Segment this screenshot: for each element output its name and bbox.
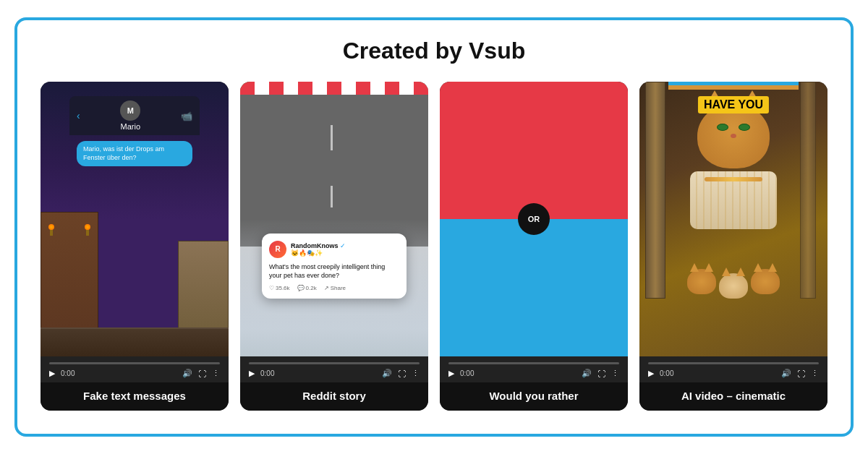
cards-row: ‹ M Mario 📹 Mario, was ist der Drops am …: [41, 82, 827, 411]
collar: [705, 177, 762, 181]
play-button-3[interactable]: ▶: [448, 369, 454, 378]
cat-nose: [731, 134, 736, 138]
wyr-blue-half: [440, 219, 628, 356]
cat-body: [690, 171, 777, 229]
tweet-text: What's the most creepily intelligent thi…: [269, 262, 399, 280]
volume-button[interactable]: 🔊: [182, 369, 192, 378]
tweet-avatar: R: [269, 241, 286, 258]
card-4-controls: ▶ 0:00 🔊 ⛶ ⋮: [639, 356, 827, 382]
fullscreen-button-4[interactable]: ⛶: [797, 369, 805, 378]
more-button-4[interactable]: ⋮: [811, 369, 819, 378]
cat-pharaoh-group: [690, 103, 777, 229]
card-2-preview: R RandomKnows ✓ 🐱🔥🎭✨ What's the most cre…: [240, 82, 428, 356]
card-2-controls: ▶ 0:00 🔊 ⛶ ⋮: [240, 356, 428, 382]
cat-eye-left: [717, 124, 728, 131]
fullscreen-button[interactable]: ⛶: [198, 369, 206, 378]
card-3-scene: OR: [440, 82, 628, 356]
card-4-label: AI video – cinematic: [639, 382, 827, 411]
card-4-preview: HAVE YOU: [639, 82, 827, 356]
phone-status-bar: ‹ M Mario 📹: [69, 96, 200, 135]
fullscreen-button-3[interactable]: ⛶: [597, 369, 605, 378]
phone-contact-name: Mario: [121, 122, 141, 131]
small-cat-1: [687, 269, 716, 294]
time-display-4: 0:00: [660, 369, 673, 377]
track-curb: [240, 82, 428, 95]
time-display-3: 0:00: [460, 369, 474, 377]
torch-2: [86, 227, 89, 236]
card-2-label: Reddit story: [240, 382, 428, 411]
small-cat-2: [719, 273, 748, 299]
tweet-comments: 💬 0.2k: [297, 285, 317, 291]
chat-bubble: Mario, was ist der Drops am Fenster über…: [77, 141, 192, 166]
card-1-preview: ‹ M Mario 📹 Mario, was ist der Drops am …: [41, 82, 229, 356]
time-display-2: 0:00: [260, 369, 274, 377]
tweet-verified-icon: ✓: [340, 242, 346, 249]
tweet-stats: ♡ 35.6k 💬 0.2k ↗ Share: [269, 285, 399, 291]
have-you-overlay: HAVE YOU: [698, 96, 769, 113]
tweet-header: R RandomKnows ✓ 🐱🔥🎭✨: [269, 241, 399, 258]
play-button-2[interactable]: ▶: [249, 369, 255, 378]
pillar-left: [645, 82, 665, 299]
fullscreen-button-2[interactable]: ⛶: [398, 369, 406, 378]
card-1-label: Fake text messages: [41, 382, 229, 411]
progress-bar-4[interactable]: [648, 362, 819, 364]
card-3-preview: OR: [440, 82, 628, 356]
more-button-3[interactable]: ⋮: [611, 369, 619, 378]
wyr-or-badge: OR: [518, 203, 550, 235]
cat-eye-right: [739, 124, 750, 131]
card-would-you-rather: OR ▶ 0:00 🔊 ⛶ ⋮ Would you rather: [440, 82, 628, 411]
phone-back-icon[interactable]: ‹: [77, 110, 80, 121]
torch-1: [50, 227, 53, 236]
small-cat-3: [751, 269, 780, 294]
card-2-scene: R RandomKnows ✓ 🐱🔥🎭✨ What's the most cre…: [240, 82, 428, 356]
more-button-2[interactable]: ⋮: [412, 369, 420, 378]
card-1-scene: ‹ M Mario 📹 Mario, was ist der Drops am …: [41, 82, 229, 356]
progress-bar-3[interactable]: [448, 362, 619, 364]
card-4-scene: HAVE YOU: [639, 82, 827, 356]
comment-icon: 💬: [297, 285, 305, 291]
volume-button-4[interactable]: 🔊: [781, 369, 791, 378]
card-ai-cinematic: HAVE YOU: [639, 82, 827, 411]
small-cats-group: [639, 269, 827, 299]
heart-icon: ♡: [269, 285, 274, 291]
progress-bar-2[interactable]: [249, 362, 420, 364]
tweet-share[interactable]: ↗ Share: [324, 285, 346, 291]
time-display: 0:00: [61, 369, 75, 377]
tweet-username: RandomKnows: [291, 242, 339, 249]
volume-button-3[interactable]: 🔊: [582, 369, 592, 378]
headdress-gold-2: [668, 85, 799, 90]
controls-row: ▶ 0:00 🔊 ⛶ ⋮: [49, 369, 220, 378]
controls-row-3: ▶ 0:00 🔊 ⛶ ⋮: [448, 369, 619, 378]
mc-ground: [41, 327, 229, 356]
road-marking-1: [331, 125, 333, 150]
card-3-label: Would you rather: [440, 382, 628, 411]
progress-bar[interactable]: [49, 362, 220, 364]
pillar-right: [800, 82, 816, 299]
volume-button-2[interactable]: 🔊: [382, 369, 392, 378]
card-fake-text: ‹ M Mario 📹 Mario, was ist der Drops am …: [41, 82, 229, 411]
card-1-controls: ▶ 0:00 🔊 ⛶ ⋮: [41, 356, 229, 382]
play-button-4[interactable]: ▶: [648, 369, 654, 378]
tweet-likes: ♡ 35.6k: [269, 285, 290, 291]
main-container: Created by Vsub ‹: [14, 17, 854, 437]
road-marking-2: [331, 186, 333, 207]
controls-row-4: ▶ 0:00 🔊 ⛶ ⋮: [648, 369, 819, 378]
card-3-controls: ▶ 0:00 🔊 ⛶ ⋮: [440, 356, 628, 382]
wyr-red-half: [440, 82, 628, 219]
headdress: [668, 82, 799, 90]
phone-video-icon[interactable]: 📹: [181, 111, 192, 121]
tweet-card: R RandomKnows ✓ 🐱🔥🎭✨ What's the most cre…: [262, 234, 407, 299]
more-button[interactable]: ⋮: [212, 369, 220, 378]
controls-row-2: ▶ 0:00 🔊 ⛶ ⋮: [249, 369, 420, 378]
share-icon: ↗: [324, 285, 329, 291]
phone-ui: ‹ M Mario 📹 Mario, was ist der Drops am …: [69, 96, 200, 166]
page-title: Created by Vsub: [41, 38, 827, 64]
card-reddit-story: R RandomKnows ✓ 🐱🔥🎭✨ What's the most cre…: [240, 82, 428, 411]
phone-avatar: M: [120, 100, 140, 121]
play-button[interactable]: ▶: [49, 369, 55, 378]
tweet-user-info: RandomKnows ✓ 🐱🔥🎭✨: [291, 242, 346, 257]
tweet-emojis: 🐱🔥🎭✨: [291, 249, 346, 257]
